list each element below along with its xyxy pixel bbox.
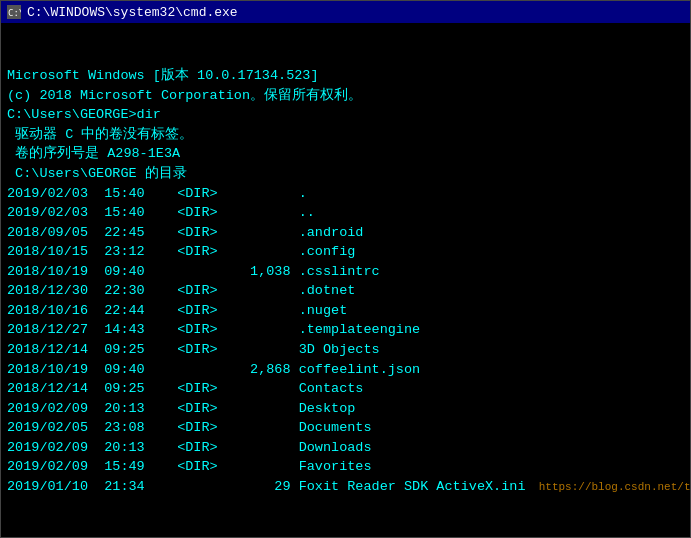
terminal-line: 2018/10/19 09:40 2,868 coffeelint.json: [7, 360, 684, 380]
terminal-line: 2019/02/09 20:13 <DIR> Downloads: [7, 438, 684, 458]
terminal-line: 2019/02/03 15:40 <DIR> ..: [7, 203, 684, 223]
terminal-line: 2019/02/03 15:40 <DIR> .: [7, 184, 684, 204]
terminal-line: C:\Users\GEORGE 的目录: [7, 164, 684, 184]
terminal-line: 2018/12/14 09:25 <DIR> Contacts: [7, 379, 684, 399]
title-bar: C:\ C:\WINDOWS\system32\cmd.exe: [1, 1, 690, 23]
terminal-line: 2018/12/27 14:43 <DIR> .templateengine: [7, 320, 684, 340]
terminal-line: 2018/12/14 09:25 <DIR> 3D Objects: [7, 340, 684, 360]
title-bar-text: C:\WINDOWS\system32\cmd.exe: [27, 5, 238, 20]
terminal-line: 2018/10/19 09:40 1,038 .csslintrc: [7, 262, 684, 282]
terminal-line: 2018/10/15 23:12 <DIR> .config: [7, 242, 684, 262]
svg-text:C:\: C:\: [8, 8, 21, 18]
terminal-line: 卷的序列号是 A298-1E3A: [7, 144, 684, 164]
terminal-line: 2019/02/05 23:08 <DIR> Documents: [7, 418, 684, 438]
terminal-line: 2019/02/09 15:49 <DIR> Favorites: [7, 457, 684, 477]
watermark-text: https://blog.csdn.net/tomy2426214836: [525, 481, 690, 493]
cmd-icon: C:\: [7, 5, 21, 19]
cmd-window: C:\ C:\WINDOWS\system32\cmd.exe Microsof…: [0, 0, 691, 538]
terminal-line: 2018/12/30 22:30 <DIR> .dotnet: [7, 281, 684, 301]
terminal-line: (c) 2018 Microsoft Corporation。保留所有权利。: [7, 86, 684, 106]
terminal-body[interactable]: Microsoft Windows [版本 10.0.17134.523](c)…: [1, 23, 690, 537]
terminal-line: 2019/02/09 20:13 <DIR> Desktop: [7, 399, 684, 419]
terminal-line: 驱动器 C 中的卷没有标签。: [7, 125, 684, 145]
terminal-line: Microsoft Windows [版本 10.0.17134.523]: [7, 66, 684, 86]
terminal-line: 2018/10/16 22:44 <DIR> .nuget: [7, 301, 684, 321]
terminal-line: C:\Users\GEORGE>dir: [7, 105, 684, 125]
terminal-line: 2019/01/10 21:34 29 Foxit Reader SDK Act…: [7, 477, 684, 497]
terminal-line: 2018/09/05 22:45 <DIR> .android: [7, 223, 684, 243]
